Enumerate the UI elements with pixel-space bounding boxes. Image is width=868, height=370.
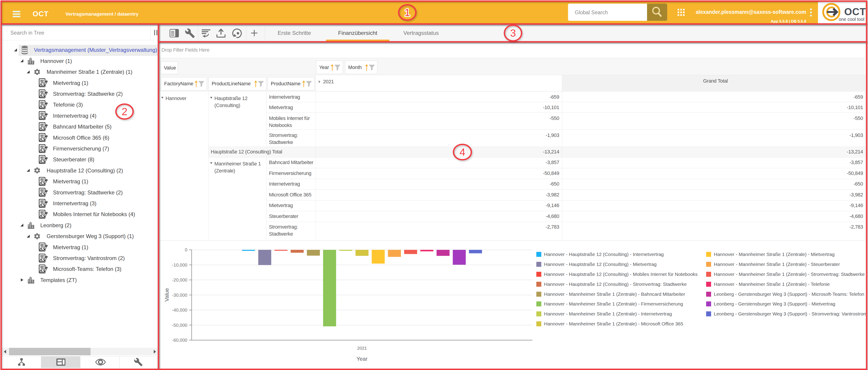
svg-text:3: 3 — [510, 27, 516, 39]
svg-text:2: 2 — [122, 106, 127, 117]
svg-text:4: 4 — [460, 146, 465, 158]
svg-text:1: 1 — [404, 6, 410, 18]
